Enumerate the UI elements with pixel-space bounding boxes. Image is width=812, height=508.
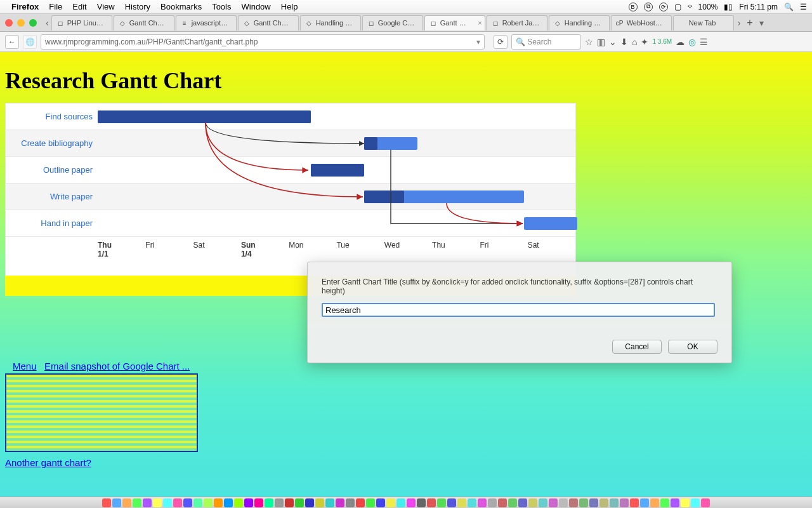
mac-dock[interactable]: [0, 497, 812, 508]
browser-tab[interactable]: cPWebHost…: [611, 15, 672, 30]
dock-app[interactable]: [133, 498, 141, 507]
dock-app[interactable]: [681, 498, 690, 507]
back-button[interactable]: ←: [5, 35, 19, 49]
dock-app[interactable]: [701, 498, 710, 507]
dock-app[interactable]: [630, 498, 639, 507]
browser-tab[interactable]: ◻Gantt …×: [424, 15, 485, 30]
dock-app[interactable]: [265, 498, 273, 507]
dock-app[interactable]: [640, 498, 649, 507]
url-dropdown-icon[interactable]: ▾: [476, 37, 480, 46]
another-gantt-link[interactable]: Another gantt chart?: [5, 457, 91, 468]
menu-edit[interactable]: Edit: [72, 2, 86, 11]
dock-app[interactable]: [386, 498, 395, 507]
dock-app[interactable]: [569, 498, 578, 507]
browser-tab[interactable]: ◻Google C…: [362, 15, 423, 30]
home-icon[interactable]: ⌂: [632, 37, 637, 47]
dock-app[interactable]: [346, 498, 355, 507]
status-icon-b[interactable]: B: [629, 3, 638, 11]
menu-help[interactable]: Help: [281, 2, 298, 11]
dock-app[interactable]: [163, 498, 172, 507]
dock-app[interactable]: [691, 498, 700, 507]
browser-tab[interactable]: ◇Gantt Ch…: [114, 15, 174, 30]
menu-link[interactable]: Menu: [13, 361, 37, 371]
browser-tab[interactable]: ◻PHP Linu…: [51, 15, 112, 30]
menu-bookmarks[interactable]: Bookmarks: [160, 2, 202, 11]
dock-app[interactable]: [214, 498, 223, 507]
dock-app[interactable]: [427, 498, 436, 507]
spotlight-icon[interactable]: 🔍: [784, 3, 794, 11]
dock-app[interactable]: [336, 498, 344, 507]
dock-app[interactable]: [559, 498, 568, 507]
tablist-next[interactable]: ›: [735, 18, 743, 28]
dock-app[interactable]: [539, 498, 547, 507]
dock-app[interactable]: [528, 498, 537, 507]
dock-app[interactable]: [193, 498, 202, 507]
browser-tab[interactable]: ≡javascript…: [176, 15, 237, 30]
menu-history[interactable]: History: [125, 2, 150, 11]
browser-tab[interactable]: ◻Robert Ja…: [487, 15, 547, 30]
airplay-icon[interactable]: ▢: [674, 3, 681, 11]
clock[interactable]: Fri 5:11 pm: [739, 3, 778, 11]
dock-app[interactable]: [143, 498, 152, 507]
battery-icon[interactable]: ▮▯: [724, 3, 733, 11]
dock-app[interactable]: [599, 498, 608, 507]
browser-tab[interactable]: ◇Gantt Ch…: [238, 15, 299, 30]
dock-app[interactable]: [285, 498, 294, 507]
dock-app[interactable]: [305, 498, 314, 507]
dock-app[interactable]: [244, 498, 253, 507]
reader-icon[interactable]: ▥: [597, 37, 605, 47]
dock-app[interactable]: [234, 498, 243, 507]
bookmark-star-icon[interactable]: ☆: [585, 37, 593, 47]
dock-app[interactable]: [396, 498, 405, 507]
dock-app[interactable]: [173, 498, 182, 507]
menu-file[interactable]: File: [49, 2, 62, 11]
window-close[interactable]: [5, 19, 13, 27]
tablist-menu[interactable]: ▾: [757, 18, 766, 28]
new-tab-button[interactable]: +: [743, 17, 756, 29]
dock-app[interactable]: [183, 498, 192, 507]
dock-app[interactable]: [518, 498, 527, 507]
dock-app[interactable]: [549, 498, 558, 507]
dock-app[interactable]: [295, 498, 304, 507]
dock-app[interactable]: [417, 498, 426, 507]
chat-icon[interactable]: ☁: [676, 37, 684, 47]
browser-tab[interactable]: ◇Handling …: [549, 15, 610, 30]
tab-close-icon[interactable]: ×: [478, 19, 481, 27]
task-bar[interactable]: [524, 217, 577, 230]
dock-app[interactable]: [457, 498, 466, 507]
dock-app[interactable]: [224, 498, 233, 507]
dock-app[interactable]: [620, 498, 629, 507]
chart-thumbnail[interactable]: [5, 373, 198, 452]
dock-app[interactable]: [671, 498, 679, 507]
dock-app[interactable]: [579, 498, 588, 507]
wifi-icon[interactable]: ⌔: [688, 3, 692, 11]
menu-tools[interactable]: Tools: [212, 2, 231, 11]
dock-app[interactable]: [376, 498, 385, 507]
url-field[interactable]: www.rjmprogramming.com.au/PHP/GanttChart…: [41, 34, 485, 50]
search-field[interactable]: 🔍 Search: [511, 34, 581, 50]
menu-icon[interactable]: ☰: [800, 3, 807, 11]
dock-app[interactable]: [356, 498, 365, 507]
dock-app[interactable]: [254, 498, 263, 507]
browser-tab[interactable]: ◇Handling …: [300, 15, 361, 30]
dock-app[interactable]: [508, 498, 517, 507]
addon-icon[interactable]: ✦: [641, 37, 648, 47]
dock-app[interactable]: [650, 498, 659, 507]
download-icon[interactable]: ⬇: [620, 37, 628, 47]
dock-app[interactable]: [498, 498, 507, 507]
dock-app[interactable]: [122, 498, 131, 507]
status-icon-sync[interactable]: ⟳: [659, 3, 668, 11]
status-icon-screen[interactable]: ⧉: [644, 3, 653, 11]
dock-app[interactable]: [488, 498, 497, 507]
dock-app[interactable]: [447, 498, 456, 507]
browser-tab[interactable]: New Tab: [673, 15, 734, 30]
dock-app[interactable]: [660, 498, 669, 507]
window-max[interactable]: [29, 19, 37, 27]
dock-app[interactable]: [437, 498, 446, 507]
dialog-cancel-button[interactable]: Cancel: [612, 340, 662, 354]
window-min[interactable]: [17, 19, 25, 27]
tablist-prev[interactable]: ‹: [43, 18, 51, 28]
dock-app[interactable]: [468, 498, 476, 507]
dock-app[interactable]: [153, 498, 162, 507]
ghostery-icon[interactable]: ◎: [688, 37, 696, 47]
